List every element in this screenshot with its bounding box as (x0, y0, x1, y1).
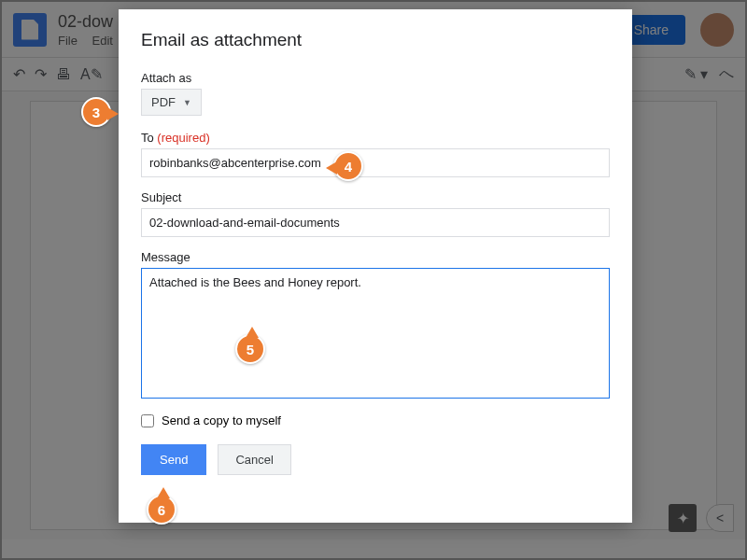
to-label: To (required) (141, 131, 610, 145)
subject-label: Subject (141, 190, 610, 204)
callout-4: 4 (333, 151, 363, 181)
attach-as-value: PDF (151, 95, 176, 109)
callout-6: 6 (147, 495, 176, 525)
dialog-title: Email as attachment (141, 30, 610, 50)
attach-as-label: Attach as (141, 71, 610, 85)
chevron-down-icon: ▼ (183, 98, 191, 107)
cancel-button[interactable]: Cancel (218, 444, 290, 475)
send-copy-label: Send a copy to myself (162, 413, 281, 427)
send-button[interactable]: Send (141, 444, 206, 475)
to-field[interactable] (141, 148, 610, 177)
message-field[interactable] (141, 268, 610, 399)
send-copy-checkbox[interactable] (141, 414, 154, 427)
email-attachment-dialog: Email as attachment Attach as PDF ▼ To (… (119, 9, 632, 523)
attach-as-dropdown[interactable]: PDF ▼ (141, 89, 202, 116)
callout-3: 3 (81, 97, 111, 127)
message-label: Message (141, 250, 610, 264)
required-indicator: (required) (157, 131, 209, 145)
subject-field[interactable] (141, 208, 610, 237)
callout-5: 5 (235, 334, 265, 364)
